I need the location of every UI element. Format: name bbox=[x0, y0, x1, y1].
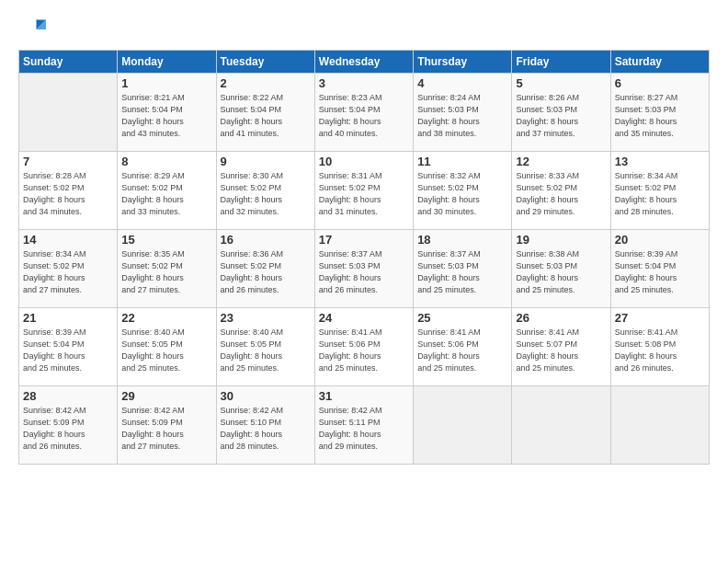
week-row-5: 28Sunrise: 8:42 AM Sunset: 5:09 PM Dayli… bbox=[19, 386, 710, 465]
day-info: Sunrise: 8:35 AM Sunset: 5:02 PM Dayligh… bbox=[121, 248, 211, 296]
col-header-tuesday: Tuesday bbox=[216, 51, 314, 74]
day-info: Sunrise: 8:39 AM Sunset: 5:04 PM Dayligh… bbox=[615, 248, 705, 296]
day-number: 5 bbox=[516, 76, 606, 90]
day-info: Sunrise: 8:28 AM Sunset: 5:02 PM Dayligh… bbox=[23, 170, 113, 218]
day-cell: 4Sunrise: 8:24 AM Sunset: 5:03 PM Daylig… bbox=[414, 74, 512, 152]
week-row-4: 21Sunrise: 8:39 AM Sunset: 5:04 PM Dayli… bbox=[19, 308, 710, 386]
day-info: Sunrise: 8:41 AM Sunset: 5:08 PM Dayligh… bbox=[615, 327, 705, 374]
day-number: 2 bbox=[221, 76, 311, 90]
day-cell: 6Sunrise: 8:27 AM Sunset: 5:03 PM Daylig… bbox=[610, 74, 709, 152]
day-info: Sunrise: 8:21 AM Sunset: 5:04 PM Dayligh… bbox=[121, 92, 211, 140]
day-info: Sunrise: 8:27 AM Sunset: 5:03 PM Dayligh… bbox=[615, 92, 705, 140]
day-info: Sunrise: 8:32 AM Sunset: 5:02 PM Dayligh… bbox=[417, 170, 507, 218]
logo bbox=[18, 17, 46, 42]
day-cell: 26Sunrise: 8:41 AM Sunset: 5:07 PM Dayli… bbox=[512, 308, 610, 386]
week-row-3: 14Sunrise: 8:34 AM Sunset: 5:02 PM Dayli… bbox=[19, 230, 710, 308]
day-info: Sunrise: 8:39 AM Sunset: 5:04 PM Dayligh… bbox=[23, 327, 113, 374]
day-number: 4 bbox=[417, 76, 507, 90]
day-info: Sunrise: 8:42 AM Sunset: 5:11 PM Dayligh… bbox=[319, 405, 409, 453]
day-cell: 23Sunrise: 8:40 AM Sunset: 5:05 PM Dayli… bbox=[216, 308, 314, 386]
day-info: Sunrise: 8:42 AM Sunset: 5:10 PM Dayligh… bbox=[221, 405, 311, 453]
day-cell bbox=[414, 386, 512, 465]
day-info: Sunrise: 8:36 AM Sunset: 5:02 PM Dayligh… bbox=[221, 248, 311, 296]
day-number: 14 bbox=[23, 233, 113, 247]
day-cell: 12Sunrise: 8:33 AM Sunset: 5:02 PM Dayli… bbox=[512, 152, 610, 230]
day-cell: 17Sunrise: 8:37 AM Sunset: 5:03 PM Dayli… bbox=[314, 230, 413, 308]
day-info: Sunrise: 8:22 AM Sunset: 5:04 PM Dayligh… bbox=[221, 92, 311, 140]
day-cell: 7Sunrise: 8:28 AM Sunset: 5:02 PM Daylig… bbox=[19, 152, 118, 230]
day-info: Sunrise: 8:37 AM Sunset: 5:03 PM Dayligh… bbox=[417, 248, 507, 296]
day-number: 11 bbox=[417, 155, 507, 168]
logo-icon bbox=[20, 17, 46, 42]
day-cell: 13Sunrise: 8:34 AM Sunset: 5:02 PM Dayli… bbox=[610, 152, 709, 230]
day-cell bbox=[610, 386, 709, 465]
day-number: 27 bbox=[615, 311, 705, 325]
day-cell: 24Sunrise: 8:41 AM Sunset: 5:06 PM Dayli… bbox=[314, 308, 413, 386]
day-number: 19 bbox=[516, 233, 606, 247]
col-header-friday: Friday bbox=[512, 51, 610, 74]
calendar-table: SundayMondayTuesdayWednesdayThursdayFrid… bbox=[18, 50, 710, 465]
day-info: Sunrise: 8:41 AM Sunset: 5:06 PM Dayligh… bbox=[417, 327, 507, 374]
day-cell: 22Sunrise: 8:40 AM Sunset: 5:05 PM Dayli… bbox=[118, 308, 216, 386]
day-number: 29 bbox=[121, 389, 211, 403]
day-number: 23 bbox=[221, 311, 311, 325]
day-info: Sunrise: 8:34 AM Sunset: 5:02 PM Dayligh… bbox=[615, 170, 705, 218]
week-row-2: 7Sunrise: 8:28 AM Sunset: 5:02 PM Daylig… bbox=[19, 152, 710, 230]
day-number: 22 bbox=[121, 311, 211, 325]
day-number: 3 bbox=[319, 76, 409, 90]
day-cell: 20Sunrise: 8:39 AM Sunset: 5:04 PM Dayli… bbox=[610, 230, 709, 308]
day-info: Sunrise: 8:29 AM Sunset: 5:02 PM Dayligh… bbox=[121, 170, 211, 218]
day-number: 1 bbox=[121, 76, 211, 90]
day-cell: 8Sunrise: 8:29 AM Sunset: 5:02 PM Daylig… bbox=[118, 152, 216, 230]
day-cell: 16Sunrise: 8:36 AM Sunset: 5:02 PM Dayli… bbox=[216, 230, 314, 308]
header bbox=[18, 17, 710, 42]
day-cell: 14Sunrise: 8:34 AM Sunset: 5:02 PM Dayli… bbox=[19, 230, 118, 308]
col-header-monday: Monday bbox=[118, 51, 216, 74]
day-info: Sunrise: 8:42 AM Sunset: 5:09 PM Dayligh… bbox=[23, 405, 113, 453]
day-info: Sunrise: 8:40 AM Sunset: 5:05 PM Dayligh… bbox=[221, 327, 311, 374]
day-info: Sunrise: 8:23 AM Sunset: 5:04 PM Dayligh… bbox=[319, 92, 409, 140]
day-cell: 30Sunrise: 8:42 AM Sunset: 5:10 PM Dayli… bbox=[216, 386, 314, 465]
day-cell: 31Sunrise: 8:42 AM Sunset: 5:11 PM Dayli… bbox=[314, 386, 413, 465]
day-info: Sunrise: 8:31 AM Sunset: 5:02 PM Dayligh… bbox=[319, 170, 409, 218]
col-header-saturday: Saturday bbox=[610, 51, 709, 74]
col-header-thursday: Thursday bbox=[414, 51, 512, 74]
day-info: Sunrise: 8:42 AM Sunset: 5:09 PM Dayligh… bbox=[121, 405, 211, 453]
day-cell: 2Sunrise: 8:22 AM Sunset: 5:04 PM Daylig… bbox=[216, 74, 314, 152]
day-number: 18 bbox=[417, 233, 507, 247]
day-number: 31 bbox=[319, 389, 409, 403]
day-cell: 18Sunrise: 8:37 AM Sunset: 5:03 PM Dayli… bbox=[414, 230, 512, 308]
day-cell: 10Sunrise: 8:31 AM Sunset: 5:02 PM Dayli… bbox=[314, 152, 413, 230]
col-header-wednesday: Wednesday bbox=[314, 51, 413, 74]
week-row-1: 1Sunrise: 8:21 AM Sunset: 5:04 PM Daylig… bbox=[19, 74, 710, 152]
day-cell: 25Sunrise: 8:41 AM Sunset: 5:06 PM Dayli… bbox=[414, 308, 512, 386]
day-cell: 21Sunrise: 8:39 AM Sunset: 5:04 PM Dayli… bbox=[19, 308, 118, 386]
day-info: Sunrise: 8:34 AM Sunset: 5:02 PM Dayligh… bbox=[23, 248, 113, 296]
day-number: 20 bbox=[615, 233, 705, 247]
day-number: 9 bbox=[221, 155, 311, 168]
day-cell: 1Sunrise: 8:21 AM Sunset: 5:04 PM Daylig… bbox=[118, 74, 216, 152]
day-cell: 19Sunrise: 8:38 AM Sunset: 5:03 PM Dayli… bbox=[512, 230, 610, 308]
day-cell bbox=[19, 74, 118, 152]
day-cell: 5Sunrise: 8:26 AM Sunset: 5:03 PM Daylig… bbox=[512, 74, 610, 152]
day-number: 26 bbox=[516, 311, 606, 325]
day-cell: 3Sunrise: 8:23 AM Sunset: 5:04 PM Daylig… bbox=[314, 74, 413, 152]
day-number: 13 bbox=[615, 155, 705, 168]
day-info: Sunrise: 8:37 AM Sunset: 5:03 PM Dayligh… bbox=[319, 248, 409, 296]
day-cell: 29Sunrise: 8:42 AM Sunset: 5:09 PM Dayli… bbox=[118, 386, 216, 465]
day-cell: 27Sunrise: 8:41 AM Sunset: 5:08 PM Dayli… bbox=[610, 308, 709, 386]
day-cell: 9Sunrise: 8:30 AM Sunset: 5:02 PM Daylig… bbox=[216, 152, 314, 230]
day-number: 16 bbox=[221, 233, 311, 247]
page: SundayMondayTuesdayWednesdayThursdayFrid… bbox=[0, 0, 728, 563]
day-cell: 15Sunrise: 8:35 AM Sunset: 5:02 PM Dayli… bbox=[118, 230, 216, 308]
day-cell: 11Sunrise: 8:32 AM Sunset: 5:02 PM Dayli… bbox=[414, 152, 512, 230]
day-info: Sunrise: 8:41 AM Sunset: 5:06 PM Dayligh… bbox=[319, 327, 409, 374]
day-number: 24 bbox=[319, 311, 409, 325]
day-cell: 28Sunrise: 8:42 AM Sunset: 5:09 PM Dayli… bbox=[19, 386, 118, 465]
day-number: 30 bbox=[221, 389, 311, 403]
day-number: 10 bbox=[319, 155, 409, 168]
day-info: Sunrise: 8:26 AM Sunset: 5:03 PM Dayligh… bbox=[516, 92, 606, 140]
day-number: 28 bbox=[23, 389, 113, 403]
day-number: 17 bbox=[319, 233, 409, 247]
day-info: Sunrise: 8:40 AM Sunset: 5:05 PM Dayligh… bbox=[121, 327, 211, 374]
